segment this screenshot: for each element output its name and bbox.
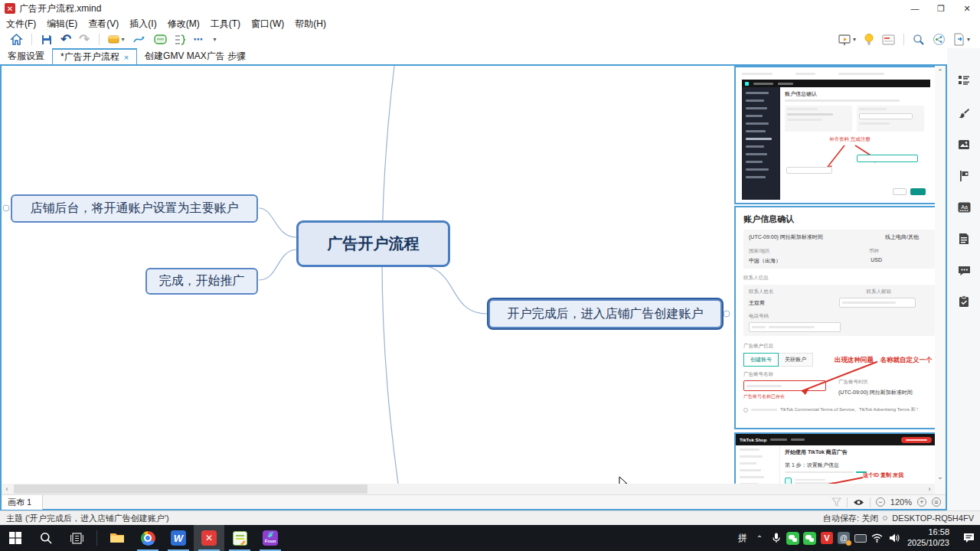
menu-help[interactable]: 帮助(H)	[295, 18, 326, 31]
clock-date: 2025/10/23	[907, 538, 949, 549]
topic-open-account-done[interactable]: 开户完成后，进入店铺广告创建账户	[488, 299, 722, 328]
device-icon[interactable]	[852, 525, 869, 551]
panel1-modal: 账户信息确认 补齐资料 完成注册	[780, 87, 930, 200]
toolbar-dropdown-icon[interactable]: ▾	[212, 32, 217, 47]
panel1-dark-header	[742, 80, 930, 87]
windows-taskbar: W ✕ 𝓕Foun 拼 ⌃	[0, 525, 980, 551]
taskbar-search-button[interactable]	[31, 525, 61, 551]
blue-w-app-button[interactable]: W	[163, 525, 194, 551]
undo-icon[interactable]: ↶	[60, 32, 71, 47]
home-icon[interactable]	[10, 32, 23, 47]
system-tray: 拼 ⌃ V @ 16:58 2025/10	[734, 525, 980, 551]
chrome-button[interactable]	[132, 525, 163, 551]
right-sidebar: Aa	[947, 48, 980, 510]
boundary-icon[interactable]	[154, 32, 167, 47]
horizontal-scrollbar[interactable]: ‹ ›	[2, 484, 935, 494]
minimize-button[interactable]: —	[902, 0, 928, 17]
title-bar: ✕ 广告开户流程.xmind — ❐ ✕	[0, 0, 980, 17]
tab-customer-service[interactable]: 客服设置	[0, 48, 52, 64]
share-icon[interactable]	[933, 32, 946, 47]
task-view-button[interactable]	[61, 525, 92, 551]
filter-icon[interactable]	[831, 497, 841, 507]
taskbar-clock[interactable]: 16:58 2025/10/23	[903, 527, 957, 549]
sheet-bar: 画布 1 − 120% + ≡	[2, 494, 946, 509]
attached-image-account-confirm-1[interactable]: 账户信息确认 补齐资料 完成注册	[734, 66, 938, 204]
window-title: 广告开户流程.xmind	[19, 2, 101, 15]
zoom-out-icon[interactable]: −	[876, 497, 885, 507]
red-v-app-icon[interactable]: V	[818, 525, 835, 551]
redo-icon[interactable]: ↷	[79, 32, 90, 47]
save-icon[interactable]	[41, 32, 53, 47]
relationship-icon[interactable]	[132, 32, 146, 47]
wechat-icon[interactable]	[785, 525, 802, 551]
menu-tools[interactable]: 工具(T)	[211, 18, 240, 31]
notepad-app-button[interactable]	[224, 525, 255, 551]
topic-finish-promote[interactable]: 完成，开始推广	[145, 268, 258, 295]
panel2-terms: TikTok Commercial Terms of Service、TikTo…	[780, 406, 918, 413]
menu-view[interactable]: 查看(V)	[88, 18, 119, 31]
fit-map-icon[interactable]: ≡	[932, 497, 941, 507]
xmind-app-icon: ✕	[5, 3, 15, 14]
label-aa-icon[interactable]: Aa	[957, 201, 971, 214]
mail-app-icon[interactable]: @	[835, 525, 852, 551]
menu-modify[interactable]: 修改(M)	[168, 18, 200, 31]
start-button[interactable]	[0, 525, 31, 551]
wifi-icon[interactable]	[869, 525, 886, 551]
sheet-tab-canvas1[interactable]: 画布 1	[2, 495, 43, 510]
lightbulb-icon[interactable]	[864, 32, 874, 47]
notes-card-icon[interactable]	[882, 32, 895, 47]
menu-edit[interactable]: 编辑(E)	[47, 18, 77, 31]
menu-bar: 文件(F) 编辑(E) 查看(V) 插入(I) 修改(M) 工具(T) 窗口(W…	[0, 17, 980, 31]
export-icon[interactable]: ▾	[953, 32, 970, 47]
microphone-icon[interactable]	[768, 525, 785, 551]
scroll-left-icon[interactable]: ‹	[2, 485, 12, 493]
close-button[interactable]: ✕	[954, 0, 980, 17]
topic-central[interactable]: 广告开户流程	[296, 220, 450, 267]
image-icon[interactable]	[957, 138, 971, 152]
scroll-up-icon[interactable]: ⌃	[935, 68, 946, 76]
more-tools-icon[interactable]: ⋯	[194, 32, 204, 47]
svg-text:Aa: Aa	[961, 204, 968, 210]
maximize-button[interactable]: ❐	[928, 0, 954, 17]
horizontal-scroll-thumb[interactable]	[14, 484, 368, 494]
xmind-taskbar-button[interactable]: ✕	[194, 525, 224, 551]
panel1-sidebar	[742, 87, 780, 200]
file-explorer-button[interactable]	[102, 525, 132, 551]
task-clipboard-icon[interactable]	[957, 295, 971, 308]
outline-icon[interactable]	[957, 73, 971, 87]
panel2-industry: 线上电商/其他	[885, 233, 919, 241]
ime-indicator[interactable]: 拼	[734, 525, 751, 551]
eye-icon[interactable]	[853, 498, 864, 507]
panel3-annotation: 这个ID 复制 发我	[863, 471, 903, 479]
attached-image-account-confirm-2[interactable]: 账户信息确认 (UTC-09:00) 阿拉斯加标准时间 线上电商/其他 国家/地…	[734, 206, 944, 429]
vertical-scrollbar[interactable]: ⌃ ⌄	[935, 66, 946, 494]
panel1-title: 账户信息确认	[785, 90, 926, 97]
search-icon[interactable]	[913, 32, 925, 47]
panel3-step: 第 1 步：设置账户信息	[785, 461, 931, 469]
new-sheet-icon[interactable]: ▾	[108, 32, 125, 47]
tab-close-icon[interactable]: ×	[124, 53, 129, 62]
scroll-right-icon[interactable]: ›	[924, 485, 935, 493]
tab-ad-account-flow[interactable]: *广告开户流程 ×	[52, 48, 137, 64]
format-brush-icon[interactable]	[957, 106, 971, 120]
panel3-heading: 开始使用 TikTok 商店广告	[785, 448, 931, 456]
notes-icon[interactable]	[957, 232, 971, 246]
tab-gmv-max[interactable]: 创建GMV MAX广告 步骤	[137, 48, 253, 64]
tray-expand-icon[interactable]: ⌃	[751, 525, 768, 551]
zoom-in-icon[interactable]: +	[917, 497, 926, 507]
presentation-icon[interactable]: ▾	[838, 32, 856, 47]
summary-icon[interactable]	[175, 32, 186, 47]
wechat-icon-2[interactable]	[802, 525, 818, 551]
comment-icon[interactable]	[957, 263, 971, 277]
topic-shop-backend[interactable]: 店铺后台，将开通账户设置为主要账户	[11, 194, 258, 223]
mindmap-canvas[interactable]: 店铺后台，将开通账户设置为主要账户 完成，开始推广 广告开户流程 开户完成后，进…	[2, 66, 946, 494]
menu-file[interactable]: 文件(F)	[6, 18, 36, 31]
menu-window[interactable]: 窗口(W)	[251, 18, 284, 31]
action-center-icon[interactable]	[957, 525, 980, 551]
panel1-confirm-button	[910, 188, 926, 195]
volume-icon[interactable]	[886, 525, 903, 551]
marker-flag-icon[interactable]	[957, 169, 971, 183]
scroll-down-icon[interactable]: ⌄	[935, 473, 946, 481]
menu-insert[interactable]: 插入(I)	[129, 18, 156, 31]
foun-app-button[interactable]: 𝓕Foun	[255, 525, 286, 551]
